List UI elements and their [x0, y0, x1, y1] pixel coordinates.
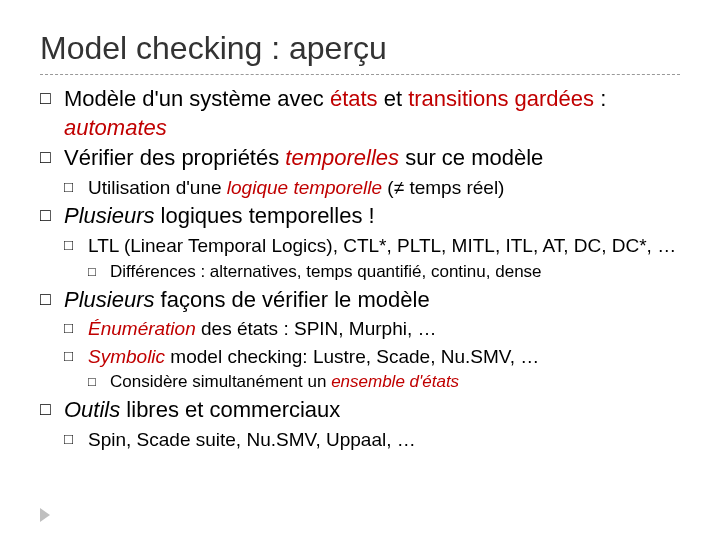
- text: façons de vérifier le modèle: [154, 287, 429, 312]
- text: logiques temporelles !: [154, 203, 374, 228]
- text-accent-italic: Énumération: [88, 318, 196, 339]
- text: des états : SPIN, Murphi, …: [196, 318, 437, 339]
- text-accent-italic: logique temporelle: [227, 177, 382, 198]
- bullet-4-2: Symbolic model checking: Lustre, Scade, …: [64, 344, 680, 395]
- text: Spin, Scade suite, Nu.SMV, Uppaal, …: [88, 429, 416, 450]
- slide-title: Model checking : aperçu: [40, 30, 680, 67]
- text-accent: états: [330, 86, 378, 111]
- text: Modèle d'un système avec: [64, 86, 330, 111]
- bullet-2: Vérifier des propriétés temporelles sur …: [40, 144, 680, 200]
- text: Utilisation d'une: [88, 177, 227, 198]
- bullet-list: Modèle d'un système avec états et transi…: [40, 85, 680, 453]
- text: :: [594, 86, 606, 111]
- text: Différences : alternatives, temps quanti…: [110, 262, 542, 281]
- text: LTL (Linear Temporal Logics), CTL*, PLTL…: [88, 235, 676, 256]
- bullet-2-1: Utilisation d'une logique temporelle (≠ …: [64, 175, 680, 201]
- text-accent-italic: ensemble d'états: [331, 372, 459, 391]
- text: (≠ temps réel): [382, 177, 504, 198]
- bullet-5-1: Spin, Scade suite, Nu.SMV, Uppaal, …: [64, 427, 680, 453]
- text-italic: Plusieurs: [64, 287, 154, 312]
- slide: Model checking : aperçu Modèle d'un syst…: [0, 0, 720, 540]
- text: Considère simultanément un: [110, 372, 331, 391]
- bullet-3-1: LTL (Linear Temporal Logics), CTL*, PLTL…: [64, 233, 680, 284]
- bullet-3-1-1: Différences : alternatives, temps quanti…: [88, 261, 680, 284]
- text: libres et commerciaux: [120, 397, 340, 422]
- slide-marker-icon: [40, 508, 50, 522]
- text-accent-italic: Symbolic: [88, 346, 165, 367]
- text-accent: transitions gardées: [408, 86, 594, 111]
- bullet-3: Plusieurs logiques temporelles ! LTL (Li…: [40, 202, 680, 283]
- text-accent-italic: automates: [64, 115, 167, 140]
- bullet-5: Outils libres et commerciaux Spin, Scade…: [40, 396, 680, 452]
- bullet-4: Plusieurs façons de vérifier le modèle É…: [40, 286, 680, 395]
- text: model checking: Lustre, Scade, Nu.SMV, …: [165, 346, 539, 367]
- text: Vérifier des propriétés: [64, 145, 285, 170]
- bullet-4-1: Énumération des états : SPIN, Murphi, …: [64, 316, 680, 342]
- text-italic: Plusieurs: [64, 203, 154, 228]
- text-italic: Outils: [64, 397, 120, 422]
- text-accent-italic: temporelles: [285, 145, 399, 170]
- text: sur ce modèle: [399, 145, 543, 170]
- bullet-1: Modèle d'un système avec états et transi…: [40, 85, 680, 142]
- bullet-4-2-1: Considère simultanément un ensemble d'ét…: [88, 371, 680, 394]
- title-underline: [40, 73, 680, 75]
- text: et: [378, 86, 409, 111]
